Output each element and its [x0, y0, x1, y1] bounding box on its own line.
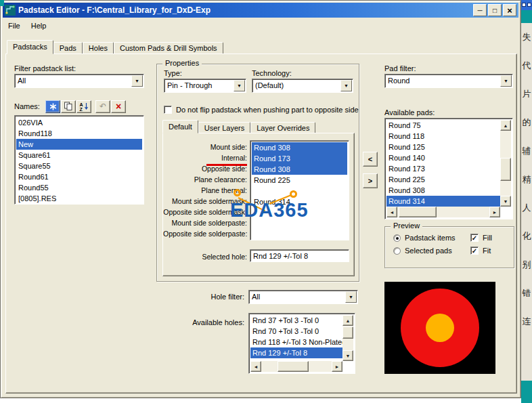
new-padstack-button[interactable]	[45, 100, 60, 113]
list-item-selected[interactable]: New	[16, 139, 142, 150]
delete-padstack-button[interactable]: ×	[111, 100, 126, 113]
watermark-ring-left	[234, 189, 241, 196]
properties-group-label: Properties	[162, 59, 202, 67]
delete-x-icon: ×	[116, 101, 121, 112]
preview-group-label: Preview	[391, 221, 422, 230]
tab-user-layers[interactable]: User Layers	[198, 122, 250, 133]
menu-help[interactable]: Help	[26, 20, 52, 32]
tab-pads[interactable]: Pads	[53, 42, 83, 54]
available-holes-list[interactable]: Rnd 37 +Tol 3 -Tol 0 Rnd 70 +Tol 3 -Tol …	[248, 313, 355, 374]
scroll-right-button[interactable]: ►	[489, 207, 500, 217]
minimize-button[interactable]: ─	[473, 4, 487, 16]
list-item[interactable]: [0805].RES	[16, 193, 142, 204]
list-item-selected[interactable]: Round 314	[386, 196, 500, 207]
list-item[interactable]: Round118	[16, 128, 142, 139]
scroll-down-button[interactable]: ▼	[342, 350, 353, 361]
list-item[interactable]: Square55	[16, 161, 142, 171]
list-item[interactable]: Round 308	[386, 185, 500, 196]
pad-filter-dropdown-icon[interactable]: ▼	[500, 75, 512, 87]
sort-names-button[interactable]: A Z	[76, 100, 91, 113]
preview-canvas	[384, 282, 495, 374]
red-underline-annotation	[206, 164, 247, 166]
layer-value-selected[interactable]: Round 173	[252, 153, 347, 164]
list-item[interactable]: 026VIA	[16, 117, 142, 128]
scroll-up-button[interactable]: ▲	[500, 120, 511, 131]
type-value: Pin - Through	[164, 79, 233, 92]
layer-value[interactable]: Round 225	[252, 175, 347, 186]
list-item-selected[interactable]: Rnd 129 +/-Tol 8	[250, 347, 342, 358]
list-item[interactable]: Round 225	[386, 174, 500, 185]
technology-dropdown-icon[interactable]: ▼	[340, 80, 352, 91]
type-dropdown-icon[interactable]: ▼	[234, 80, 245, 91]
layer-values-box[interactable]: Round 308 Round 173 Round 308 Round 225 …	[250, 140, 349, 240]
hole-filter-value: All	[249, 291, 345, 303]
scroll-up-icon: ▲	[504, 123, 508, 128]
move-pad-left-button[interactable]: <	[363, 152, 378, 167]
app-icon	[5, 5, 16, 16]
fill-checkbox[interactable]: ✓	[470, 234, 479, 242]
undo-button[interactable]: ↶	[95, 100, 110, 113]
layer-label: Plane clearance:	[163, 174, 250, 185]
scroll-left-button[interactable]: ◄	[386, 207, 397, 217]
close-button[interactable]: ×	[503, 4, 516, 16]
title-bar[interactable]: Padstack Editor - F:\Central_Library_for…	[3, 3, 518, 18]
padstack-names-list[interactable]: 026VIA Round118 New Square61 Square55 Ro…	[14, 115, 144, 205]
layer-value[interactable]	[252, 186, 347, 196]
tab-layer-overrides[interactable]: Layer Overrides	[250, 122, 315, 133]
padstack-filter-dropdown-icon[interactable]: ▼	[131, 75, 143, 87]
do-not-flip-checkbox[interactable]	[164, 106, 172, 114]
list-item[interactable]: Rnd 70 +Tol 3 -Tol 0	[250, 326, 342, 337]
type-combo[interactable]: Pin - Through ▼	[164, 79, 246, 93]
names-label: Names:	[14, 102, 45, 110]
copy-padstack-button[interactable]	[61, 100, 76, 113]
list-item[interactable]: Round 75	[386, 120, 500, 131]
list-item[interactable]: Square61	[16, 150, 142, 161]
list-item[interactable]: Round55	[16, 182, 142, 193]
undo-icon: ↶	[99, 102, 106, 111]
scroll-thumb[interactable]	[500, 158, 511, 181]
tab-padstacks[interactable]: Padstacks	[7, 40, 53, 54]
background-window-button-fragment	[522, 3, 526, 7]
list-item[interactable]: Round 125	[386, 142, 500, 152]
fit-checkbox[interactable]: ✓	[470, 247, 479, 255]
selected-hole-field[interactable]: Rnd 129 +/-Tol 8	[250, 249, 349, 262]
padstack-items-radio[interactable]	[393, 234, 401, 242]
list-item[interactable]: Round 118	[386, 131, 500, 142]
technology-combo[interactable]: (Default) ▼	[252, 79, 353, 93]
list-item[interactable]: Round 140	[386, 152, 500, 163]
tab-default[interactable]: Default	[162, 120, 198, 133]
tab-holes[interactable]: Holes	[83, 42, 114, 54]
maximize-button[interactable]: □	[488, 4, 502, 16]
scroll-thumb[interactable]	[278, 361, 309, 372]
padstack-filter-combo[interactable]: All ▼	[14, 74, 144, 88]
background-window-text-fragment: 失代片的辅精人化别错连	[521, 23, 532, 381]
holes-horizontal-scrollbar[interactable]: ◄ ►	[250, 361, 342, 372]
scroll-thumb[interactable]	[342, 326, 353, 339]
layer-value-selected[interactable]: Round 308	[252, 142, 347, 153]
scroll-right-button[interactable]: ►	[332, 361, 342, 372]
do-not-flip-label: Do not flip padstack when pushing part t…	[176, 106, 359, 114]
scroll-down-button[interactable]: ▼	[500, 196, 511, 207]
tab-custom-pads-drill-symbols[interactable]: Custom Pads & Drill Symbols	[114, 42, 223, 54]
hole-filter-dropdown-icon[interactable]: ▼	[345, 291, 357, 303]
holes-vertical-scrollbar[interactable]: ▲ ▼	[342, 315, 353, 361]
list-item[interactable]: Rnd 118 +/-Tol 3 Non-Plated	[250, 337, 342, 347]
scroll-left-button[interactable]: ◄	[250, 361, 261, 372]
layer-label: Internal:	[163, 152, 250, 163]
pad-filter-combo[interactable]: Round ▼	[384, 74, 513, 88]
available-pads-list[interactable]: Round 75 Round 118 Round 125 Round 140 R…	[384, 118, 513, 219]
layer-value[interactable]	[252, 229, 347, 240]
list-item[interactable]: Rnd 37 +Tol 3 -Tol 0	[250, 315, 342, 326]
scroll-thumb[interactable]	[399, 207, 437, 217]
move-pad-right-button[interactable]: >	[363, 173, 378, 188]
pad-filter-value: Round	[385, 75, 500, 87]
list-item[interactable]: Round61	[16, 171, 142, 182]
menu-file[interactable]: File	[3, 20, 26, 32]
pads-vertical-scrollbar[interactable]: ▲ ▼	[500, 120, 511, 207]
list-item[interactable]: Round 173	[386, 163, 500, 174]
hole-filter-combo[interactable]: All ▼	[248, 290, 358, 304]
selected-pads-radio[interactable]	[393, 247, 401, 255]
pads-horizontal-scrollbar[interactable]: ◄ ►	[386, 207, 500, 217]
scroll-up-button[interactable]: ▲	[342, 315, 353, 326]
layer-value-selected[interactable]: Round 308	[252, 164, 347, 175]
